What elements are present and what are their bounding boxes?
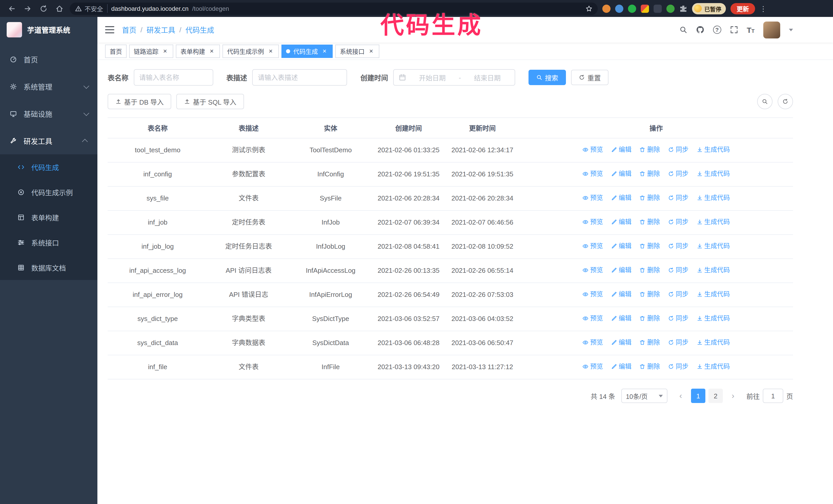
extension-icon-2[interactable] (615, 4, 623, 13)
tab-trace[interactable]: 链路追踪 (129, 44, 173, 58)
collapse-sidebar-icon[interactable] (105, 26, 114, 33)
sync-action[interactable]: 同步 (668, 337, 688, 347)
close-icon[interactable] (267, 47, 274, 55)
delete-action[interactable]: 删除 (640, 337, 660, 347)
delete-action[interactable]: 删除 (640, 193, 660, 203)
delete-action[interactable]: 删除 (640, 169, 660, 179)
edit-action[interactable]: 编辑 (611, 241, 632, 251)
sidebar-item-home[interactable]: 首页 (0, 46, 97, 73)
extension-icon-4[interactable] (641, 4, 649, 13)
edit-action[interactable]: 编辑 (611, 193, 632, 203)
page-size-select[interactable]: 10条/页 (621, 389, 667, 403)
tab-codegen[interactable]: 代码生成 (281, 44, 333, 58)
generate-code-action[interactable]: 生成代码 (697, 169, 730, 179)
sync-action[interactable]: 同步 (668, 241, 688, 251)
sidebar-item-infra[interactable]: 基础设施 (0, 100, 97, 127)
search-button[interactable]: 搜索 (528, 70, 566, 85)
sidebar-item-codegen[interactable]: 代码生成 (0, 154, 97, 179)
sync-action[interactable]: 同步 (668, 361, 688, 372)
logo[interactable]: 芋道管理系统 (0, 17, 97, 43)
sync-action[interactable]: 同步 (668, 313, 688, 323)
sync-action[interactable]: 同步 (668, 193, 688, 203)
generate-code-action[interactable]: 生成代码 (697, 145, 730, 155)
preview-action[interactable]: 预览 (582, 289, 603, 299)
table-desc-input[interactable] (252, 69, 347, 86)
avatar-caret-icon[interactable] (789, 28, 793, 31)
import-sql-button[interactable]: 基于 SQL 导入 (176, 94, 244, 109)
tab-home[interactable]: 首页 (105, 44, 127, 58)
user-avatar[interactable] (763, 21, 780, 38)
help-icon[interactable] (713, 26, 721, 34)
generate-code-action[interactable]: 生成代码 (697, 265, 730, 275)
generate-code-action[interactable]: 生成代码 (697, 193, 730, 203)
sync-action[interactable]: 同步 (668, 145, 688, 155)
generate-code-action[interactable]: 生成代码 (697, 241, 730, 251)
sidebar-item-form-builder[interactable]: 表单构建 (0, 205, 97, 230)
preview-action[interactable]: 预览 (582, 217, 603, 227)
prev-page-button[interactable] (673, 389, 688, 403)
sync-action[interactable]: 同步 (668, 217, 688, 227)
delete-action[interactable]: 删除 (640, 289, 660, 299)
generate-code-action[interactable]: 生成代码 (697, 313, 730, 323)
sync-action[interactable]: 同步 (668, 265, 688, 275)
security-status[interactable]: 不安全 (75, 4, 108, 13)
home-button[interactable] (54, 3, 65, 14)
sidebar-item-db-doc[interactable]: 数据库文档 (0, 255, 97, 280)
close-icon[interactable] (162, 47, 169, 55)
preview-action[interactable]: 预览 (582, 169, 603, 179)
sync-action[interactable]: 同步 (668, 169, 688, 179)
close-icon[interactable] (321, 47, 328, 55)
refresh-table-button[interactable] (778, 94, 793, 109)
extension-icon-6[interactable] (666, 4, 674, 13)
tab-form-builder[interactable]: 表单构建 (176, 44, 220, 58)
edit-action[interactable]: 编辑 (611, 313, 632, 323)
generate-code-action[interactable]: 生成代码 (697, 361, 730, 372)
generate-code-action[interactable]: 生成代码 (697, 289, 730, 299)
preview-action[interactable]: 预览 (582, 361, 603, 372)
browser-menu-icon[interactable] (760, 4, 765, 13)
fullscreen-icon[interactable] (730, 26, 738, 34)
delete-action[interactable]: 删除 (640, 241, 660, 251)
extension-icon-5[interactable] (653, 4, 662, 13)
preview-action[interactable]: 预览 (582, 193, 603, 203)
next-page-button[interactable] (726, 389, 740, 403)
preview-action[interactable]: 预览 (582, 145, 603, 155)
tab-api[interactable]: 系统接口 (335, 44, 379, 58)
page-button-2[interactable]: 2 (709, 389, 723, 403)
date-range-picker[interactable]: 开始日期 - 结束日期 (393, 69, 515, 86)
generate-code-action[interactable]: 生成代码 (697, 217, 730, 227)
delete-action[interactable]: 删除 (640, 313, 660, 323)
extension-icon-3[interactable] (628, 4, 636, 13)
delete-action[interactable]: 删除 (640, 145, 660, 155)
reset-button[interactable]: 重置 (571, 70, 609, 85)
sidebar-item-devtools[interactable]: 研发工具 (0, 127, 97, 154)
import-db-button[interactable]: 基于 DB 导入 (108, 94, 171, 109)
generate-code-action[interactable]: 生成代码 (697, 337, 730, 347)
extension-icon-1[interactable] (602, 4, 611, 13)
sidebar-item-api[interactable]: 系统接口 (0, 230, 97, 255)
edit-action[interactable]: 编辑 (611, 145, 632, 155)
sync-action[interactable]: 同步 (668, 289, 688, 299)
sidebar-item-system[interactable]: 系统管理 (0, 73, 97, 100)
close-icon[interactable] (367, 47, 375, 55)
forward-button[interactable] (22, 3, 33, 14)
edit-action[interactable]: 编辑 (611, 169, 632, 179)
page-button-1[interactable]: 1 (691, 389, 705, 403)
edit-action[interactable]: 编辑 (611, 337, 632, 347)
sidebar-item-codegen-example[interactable]: 代码生成示例 (0, 179, 97, 205)
github-icon[interactable] (696, 26, 704, 34)
search-icon[interactable] (679, 26, 687, 34)
delete-action[interactable]: 删除 (640, 217, 660, 227)
preview-action[interactable]: 预览 (582, 265, 603, 275)
toggle-search-button[interactable] (757, 94, 772, 109)
goto-page-input[interactable] (763, 389, 783, 403)
table-name-input[interactable] (134, 69, 213, 86)
tab-codegen-example[interactable]: 代码生成示例 (222, 44, 279, 58)
reload-button[interactable] (38, 3, 49, 14)
puzzle-extensions-icon[interactable] (679, 4, 687, 13)
profile-paused-badge[interactable]: 已暂停 (692, 3, 726, 14)
preview-action[interactable]: 预览 (582, 241, 603, 251)
address-bar[interactable]: 不安全 dashboard.yudao.iocoder.cn/tool/code… (70, 2, 598, 15)
edit-action[interactable]: 编辑 (611, 265, 632, 275)
font-size-icon[interactable] (747, 25, 755, 34)
